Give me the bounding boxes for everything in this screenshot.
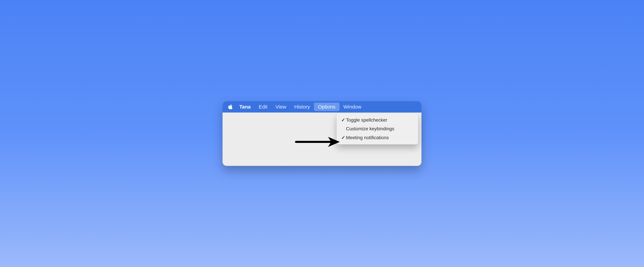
dropdown-item-customize-keybindings[interactable]: Customize keybindings <box>338 124 417 133</box>
app-window: Tana Edit View History Options Window ✓ … <box>222 101 422 166</box>
options-dropdown: ✓ Toggle spellchecker Customize keybindi… <box>336 113 418 144</box>
checkmark-icon: ✓ <box>340 135 346 140</box>
checkmark-icon: ✓ <box>340 117 346 123</box>
menu-item-options[interactable]: Options <box>314 103 339 111</box>
apple-icon[interactable] <box>227 104 235 110</box>
dropdown-item-label: Meeting notifications <box>346 135 389 140</box>
annotation-arrow-icon <box>295 136 340 148</box>
dropdown-item-label: Toggle spellchecker <box>346 118 387 123</box>
menu-item-view[interactable]: View <box>272 103 290 111</box>
dropdown-item-meeting-notifications[interactable]: ✓ Meeting notifications <box>338 133 417 142</box>
dropdown-item-toggle-spellchecker[interactable]: ✓ Toggle spellchecker <box>338 116 417 124</box>
menu-item-window[interactable]: Window <box>340 103 366 111</box>
menu-item-history[interactable]: History <box>290 103 314 111</box>
menu-app-name[interactable]: Tana <box>235 103 255 111</box>
dropdown-item-label: Customize keybindings <box>346 126 394 132</box>
menu-item-edit[interactable]: Edit <box>255 103 272 111</box>
menubar: Tana Edit View History Options Window <box>222 101 422 112</box>
